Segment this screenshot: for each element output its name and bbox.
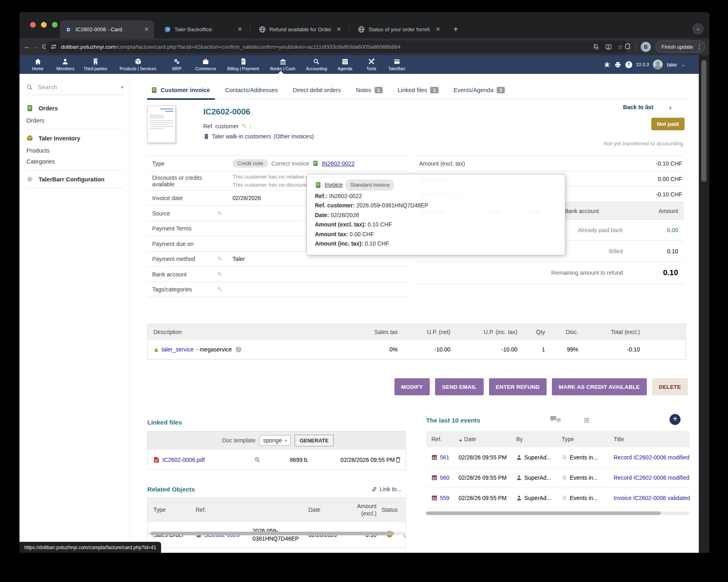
delete-button[interactable]: DELETE [652,378,688,395]
doc-template-select[interactable]: sponge ▾ [259,435,291,446]
customer-link[interactable]: Taler walk-in customers [212,133,271,140]
close-tab-icon[interactable]: ✕ [236,26,243,32]
menu-commerce[interactable]: Commerce [195,55,216,74]
close-window-button[interactable] [30,22,36,28]
tab-linked-files[interactable]: Linked files1 [398,81,439,99]
maximize-window-button[interactable] [52,22,58,28]
user-name[interactable]: taler [667,62,677,68]
related-horizontal-scrollbar[interactable] [147,532,406,535]
edit-pencil-icon[interactable]: ✎ [217,271,222,278]
invoice-icon [312,160,319,166]
new-tab-button[interactable]: + [450,25,461,34]
minimize-window-button[interactable] [41,22,47,28]
browser-tab-active[interactable]: D IC2602-0006 - Card ✕ [60,20,154,38]
sidebar-search[interactable]: Search ▾ [26,83,123,95]
tab-contacts-addresses[interactable]: Contacts/Addresses [225,81,278,99]
tab-direct-debit-orders[interactable]: Direct debit orders [293,81,340,99]
trash-icon[interactable] [395,456,401,463]
sidebar-item-orders[interactable]: Orders [26,117,44,124]
correct-invoice-link[interactable]: IN2602-0022 [322,160,355,167]
edit-pencil-icon[interactable]: ✎ [217,255,222,262]
profile-avatar[interactable]: B [641,42,651,52]
site-settings-icon[interactable] [50,43,57,50]
finish-update-button[interactable]: Finish update ⋮ [655,41,705,53]
back-icon[interactable]: ← [23,43,32,51]
chrome-menu-icon[interactable]: ⋮ [696,43,702,50]
event-title-link[interactable]: Record IC2602-0006 modified [614,474,689,481]
debug-bug-icon[interactable] [604,61,610,68]
enter-refund-button[interactable]: ENTER REFUND [489,378,547,395]
generate-button[interactable]: GENERATE [295,435,333,446]
menu-accounting[interactable]: Accounting [306,55,327,74]
sidebar-section-talerbarr-config[interactable]: TalerBarr Configuration [26,176,123,183]
bookmark-star-icon[interactable]: ☆ [618,43,623,51]
menu-products-services[interactable]: Products | Services [120,55,156,74]
product-link[interactable]: taler_service [162,346,194,353]
menu-members[interactable]: Members [56,55,74,74]
help-icon[interactable]: ? [625,61,632,68]
add-event-button[interactable]: + [670,414,681,425]
edit-pencil-icon[interactable]: ✎ [241,123,247,130]
print-icon[interactable] [614,61,621,68]
notifications-blocked-icon[interactable] [592,43,599,50]
file-link[interactable]: IC2602-0006.pdf [162,457,205,463]
events-table: Ref. ▲ Date By Type Title 561 02/28/26 0… [426,431,690,508]
info-icon[interactable]: i [236,347,241,352]
menu-tools[interactable]: Tools [366,55,377,74]
svg-text:D: D [67,27,70,32]
list-view-icon[interactable]: ≡ [584,414,590,427]
close-tab-icon[interactable]: ✕ [143,26,150,32]
sidebar-item-products[interactable]: Products [26,147,50,154]
user-avatar[interactable] [653,60,663,69]
edit-pencil-icon[interactable]: ✎ [217,286,222,293]
close-tab-icon[interactable]: ✕ [434,26,442,32]
event-title-link[interactable]: Record IC2602-0006 modified [614,454,689,461]
event-ref-link[interactable]: 560 [440,474,449,481]
tab-events-agenda[interactable]: Events/Agenda3 [454,81,505,99]
tab-customer-invoice[interactable]: Customer invoice [151,81,210,99]
event-title-link[interactable]: Invoice IC2602-0006 validated [614,495,690,501]
menu-third-parties[interactable]: Third parties [84,55,107,74]
discussion-icon[interactable] [549,415,562,425]
other-invoices-link[interactable]: (Other invoices) [274,133,314,140]
company-icon [203,134,209,140]
event-ref-link[interactable]: 559 [440,495,449,501]
install-app-icon[interactable] [605,43,612,50]
events-horizontal-scrollbar[interactable] [426,511,690,515]
tab-notes[interactable]: Notes1 [356,81,383,99]
edit-pencil-icon[interactable]: ✎ [217,210,222,217]
sort-date-column[interactable]: ▲ Date [459,436,516,442]
close-tab-icon[interactable]: ✕ [335,26,342,32]
search-placeholder: Search [38,84,57,91]
search-expand-icon[interactable]: ▾ [121,84,123,90]
browser-tab[interactable]: Refund available for Order to ✕ [254,20,347,38]
send-email-button[interactable]: SEND EMAIL [435,378,483,395]
window-controls[interactable] [30,22,58,28]
tab-separator [250,24,250,33]
event-ref-link[interactable]: 561 [440,454,449,461]
menu-talerbarr[interactable]: TalerBarr [388,55,406,74]
modify-button[interactable]: MODIFY [394,378,430,395]
address-bar[interactable]: dolibarr.potuzhnyi.com/compta/facture/ca… [45,41,628,53]
forward-icon[interactable]: → [32,43,41,51]
sidebar-section-orders[interactable]: Orders [26,105,123,112]
user-menu-chevron-icon[interactable]: ⌄ [681,62,685,67]
preview-zoom-icon[interactable] [254,457,261,463]
page-scrollbar[interactable] [699,55,709,553]
link-to-link[interactable]: Link to... [371,486,401,492]
sidebar-item-categories[interactable]: Categories [26,158,55,165]
bill-icon [239,58,246,65]
menu-mrp[interactable]: MRP [172,55,181,74]
menu-agenda[interactable]: Agenda [338,55,352,74]
sidebar-section-taler-inventory[interactable]: Taler Inventory [26,135,123,142]
menu-billing-payment[interactable]: Billing | Payment [227,55,259,74]
mark-credit-available-button[interactable]: MARK AS CREDIT AVAILABLE [552,378,647,395]
menu-home[interactable]: Home [32,55,43,74]
service-icon [153,347,159,352]
browser-tab[interactable]: Taler Backoffice: ✕ [159,20,248,38]
extensions-icon[interactable] [624,43,631,50]
browser-tab[interactable]: Status of your order forrefund ✕ [353,20,446,38]
invoice-preview-thumbnail[interactable] [147,106,176,143]
tab-search-menu-button[interactable]: ⌄ [692,23,704,34]
prev-next-arrows[interactable]: ‹ › [646,103,681,112]
